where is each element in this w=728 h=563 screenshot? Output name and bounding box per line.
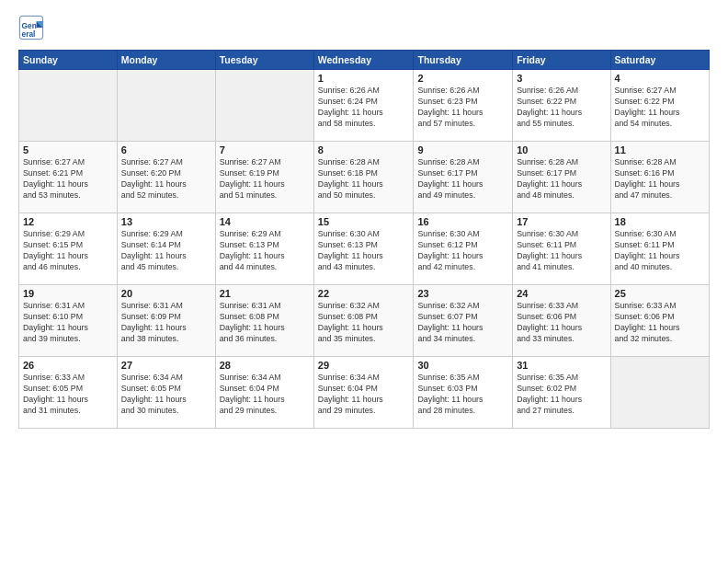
calendar-cell: 12Sunrise: 6:29 AMSunset: 6:15 PMDayligh…	[19, 213, 118, 285]
calendar-cell: 22Sunrise: 6:32 AMSunset: 6:08 PMDayligh…	[313, 285, 414, 357]
day-info: Sunrise: 6:35 AMSunset: 6:03 PMDaylight:…	[417, 373, 508, 417]
day-info: Sunrise: 6:35 AMSunset: 6:02 PMDaylight:…	[517, 373, 606, 417]
calendar-cell	[610, 357, 709, 429]
day-number: 29	[318, 360, 410, 371]
day-info: Sunrise: 6:34 AMSunset: 6:04 PMDaylight:…	[318, 373, 410, 417]
calendar-cell: 10Sunrise: 6:28 AMSunset: 6:17 PMDayligh…	[513, 142, 610, 213]
day-info: Sunrise: 6:31 AMSunset: 6:10 PMDaylight:…	[23, 301, 113, 345]
day-number: 4	[615, 73, 705, 84]
calendar-cell: 24Sunrise: 6:33 AMSunset: 6:06 PMDayligh…	[513, 285, 610, 357]
day-info: Sunrise: 6:30 AMSunset: 6:11 PMDaylight:…	[517, 229, 606, 273]
calendar-cell: 16Sunrise: 6:30 AMSunset: 6:12 PMDayligh…	[414, 213, 513, 285]
day-info: Sunrise: 6:33 AMSunset: 6:05 PMDaylight:…	[23, 373, 113, 417]
calendar-cell	[215, 70, 313, 142]
day-header-tuesday: Tuesday	[215, 51, 313, 70]
day-number: 23	[417, 288, 508, 299]
calendar-cell: 9Sunrise: 6:28 AMSunset: 6:17 PMDaylight…	[414, 142, 513, 213]
day-number: 19	[23, 288, 113, 299]
day-number: 13	[121, 216, 211, 227]
calendar-cell: 30Sunrise: 6:35 AMSunset: 6:03 PMDayligh…	[414, 357, 513, 429]
day-info: Sunrise: 6:27 AMSunset: 6:21 PMDaylight:…	[23, 157, 113, 201]
calendar-table: SundayMondayTuesdayWednesdayThursdayFrid…	[18, 50, 710, 429]
calendar-cell: 5Sunrise: 6:27 AMSunset: 6:21 PMDaylight…	[19, 142, 118, 213]
calendar-cell: 6Sunrise: 6:27 AMSunset: 6:20 PMDaylight…	[117, 142, 215, 213]
calendar-cell: 27Sunrise: 6:34 AMSunset: 6:05 PMDayligh…	[117, 357, 215, 429]
day-info: Sunrise: 6:26 AMSunset: 6:22 PMDaylight:…	[517, 86, 606, 130]
svg-text:eral: eral	[22, 29, 36, 39]
calendar-cell: 31Sunrise: 6:35 AMSunset: 6:02 PMDayligh…	[513, 357, 610, 429]
day-number: 8	[318, 144, 410, 155]
day-number: 2	[417, 73, 508, 84]
calendar-cell: 23Sunrise: 6:32 AMSunset: 6:07 PMDayligh…	[414, 285, 513, 357]
calendar-cell: 28Sunrise: 6:34 AMSunset: 6:04 PMDayligh…	[215, 357, 313, 429]
day-number: 12	[23, 216, 113, 227]
day-info: Sunrise: 6:29 AMSunset: 6:13 PMDaylight:…	[220, 229, 310, 273]
calendar-cell: 4Sunrise: 6:27 AMSunset: 6:22 PMDaylight…	[610, 70, 709, 142]
calendar-cell: 25Sunrise: 6:33 AMSunset: 6:06 PMDayligh…	[610, 285, 709, 357]
day-info: Sunrise: 6:33 AMSunset: 6:06 PMDaylight:…	[615, 301, 705, 345]
day-number: 27	[121, 360, 211, 371]
day-info: Sunrise: 6:33 AMSunset: 6:06 PMDaylight:…	[517, 301, 606, 345]
calendar-week-5: 26Sunrise: 6:33 AMSunset: 6:05 PMDayligh…	[19, 357, 710, 429]
calendar-cell: 17Sunrise: 6:30 AMSunset: 6:11 PMDayligh…	[513, 213, 610, 285]
day-number: 9	[417, 144, 508, 155]
day-info: Sunrise: 6:28 AMSunset: 6:16 PMDaylight:…	[615, 157, 705, 201]
day-number: 24	[517, 288, 606, 299]
day-info: Sunrise: 6:31 AMSunset: 6:09 PMDaylight:…	[121, 301, 211, 345]
logo: Gen eral	[18, 15, 46, 40]
calendar-cell: 26Sunrise: 6:33 AMSunset: 6:05 PMDayligh…	[19, 357, 118, 429]
calendar-cell: 7Sunrise: 6:27 AMSunset: 6:19 PMDaylight…	[215, 142, 313, 213]
day-info: Sunrise: 6:34 AMSunset: 6:05 PMDaylight:…	[121, 373, 211, 417]
day-info: Sunrise: 6:29 AMSunset: 6:15 PMDaylight:…	[23, 229, 113, 273]
day-number: 15	[318, 216, 410, 227]
day-number: 1	[318, 73, 410, 84]
day-number: 7	[220, 144, 310, 155]
day-info: Sunrise: 6:26 AMSunset: 6:24 PMDaylight:…	[318, 86, 410, 130]
calendar-week-2: 5Sunrise: 6:27 AMSunset: 6:21 PMDaylight…	[19, 142, 710, 213]
day-info: Sunrise: 6:27 AMSunset: 6:19 PMDaylight:…	[220, 157, 310, 201]
calendar-cell: 29Sunrise: 6:34 AMSunset: 6:04 PMDayligh…	[313, 357, 414, 429]
day-number: 21	[220, 288, 310, 299]
day-header-thursday: Thursday	[414, 51, 513, 70]
calendar-cell: 14Sunrise: 6:29 AMSunset: 6:13 PMDayligh…	[215, 213, 313, 285]
calendar-week-4: 19Sunrise: 6:31 AMSunset: 6:10 PMDayligh…	[19, 285, 710, 357]
day-info: Sunrise: 6:30 AMSunset: 6:12 PMDaylight:…	[417, 229, 508, 273]
day-info: Sunrise: 6:27 AMSunset: 6:20 PMDaylight:…	[121, 157, 211, 201]
day-info: Sunrise: 6:29 AMSunset: 6:14 PMDaylight:…	[121, 229, 211, 273]
day-info: Sunrise: 6:31 AMSunset: 6:08 PMDaylight:…	[220, 301, 310, 345]
day-header-friday: Friday	[513, 51, 610, 70]
calendar-cell: 13Sunrise: 6:29 AMSunset: 6:14 PMDayligh…	[117, 213, 215, 285]
day-number: 31	[517, 360, 606, 371]
day-number: 20	[121, 288, 211, 299]
calendar-cell: 1Sunrise: 6:26 AMSunset: 6:24 PMDaylight…	[313, 70, 414, 142]
day-number: 26	[23, 360, 113, 371]
calendar-cell: 21Sunrise: 6:31 AMSunset: 6:08 PMDayligh…	[215, 285, 313, 357]
day-info: Sunrise: 6:27 AMSunset: 6:22 PMDaylight:…	[615, 86, 705, 130]
day-number: 6	[121, 144, 211, 155]
day-info: Sunrise: 6:26 AMSunset: 6:23 PMDaylight:…	[417, 86, 508, 130]
day-header-sunday: Sunday	[19, 51, 118, 70]
calendar-cell: 15Sunrise: 6:30 AMSunset: 6:13 PMDayligh…	[313, 213, 414, 285]
calendar-cell: 18Sunrise: 6:30 AMSunset: 6:11 PMDayligh…	[610, 213, 709, 285]
day-number: 17	[517, 216, 606, 227]
day-info: Sunrise: 6:32 AMSunset: 6:07 PMDaylight:…	[417, 301, 508, 345]
calendar-cell: 19Sunrise: 6:31 AMSunset: 6:10 PMDayligh…	[19, 285, 118, 357]
day-number: 30	[417, 360, 508, 371]
day-number: 18	[615, 216, 705, 227]
day-number: 10	[517, 144, 606, 155]
day-info: Sunrise: 6:30 AMSunset: 6:11 PMDaylight:…	[615, 229, 705, 273]
calendar-cell: 20Sunrise: 6:31 AMSunset: 6:09 PMDayligh…	[117, 285, 215, 357]
calendar-cell: 11Sunrise: 6:28 AMSunset: 6:16 PMDayligh…	[610, 142, 709, 213]
logo-icon: Gen eral	[18, 15, 44, 40]
day-info: Sunrise: 6:28 AMSunset: 6:17 PMDaylight:…	[417, 157, 508, 201]
day-info: Sunrise: 6:28 AMSunset: 6:18 PMDaylight:…	[318, 157, 410, 201]
page-header: Gen eral	[18, 15, 710, 40]
day-number: 5	[23, 144, 113, 155]
day-header-wednesday: Wednesday	[313, 51, 414, 70]
calendar-cell: 2Sunrise: 6:26 AMSunset: 6:23 PMDaylight…	[414, 70, 513, 142]
day-number: 16	[417, 216, 508, 227]
day-number: 22	[318, 288, 410, 299]
calendar-cell: 3Sunrise: 6:26 AMSunset: 6:22 PMDaylight…	[513, 70, 610, 142]
calendar-cell	[117, 70, 215, 142]
calendar-cell	[19, 70, 118, 142]
